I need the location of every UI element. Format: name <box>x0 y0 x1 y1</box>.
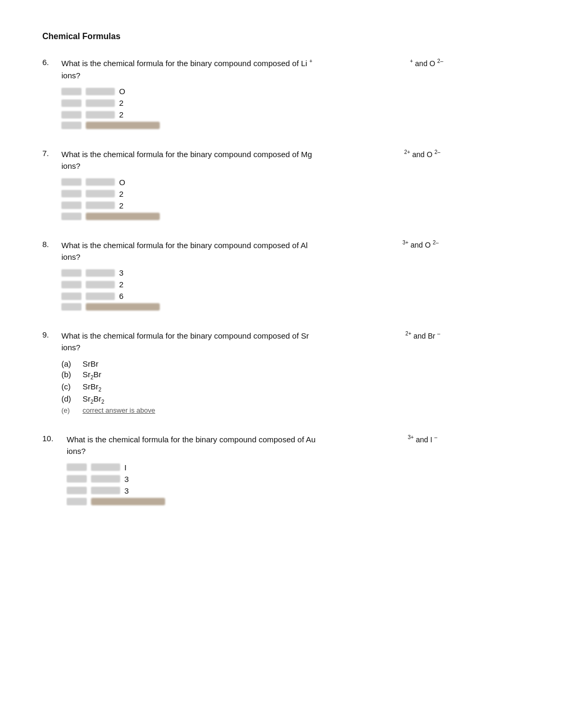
q9-choice-c: (c) SrBr2 <box>61 382 520 393</box>
q8-text: What is the chemical formula for the bin… <box>61 239 520 263</box>
q8-num: 8. <box>42 239 61 249</box>
q8-ions-label: 3+ and O 2– <box>402 241 438 249</box>
question-6: 6. What is the chemical formula for the … <box>42 57 520 129</box>
q7-answers: O 2 2 <box>61 178 520 220</box>
q10-text: What is the chemical formula for the bin… <box>67 433 520 458</box>
question-8: 8. What is the chemical formula for the … <box>42 239 520 311</box>
q7-text: What is the chemical formula for the bin… <box>61 148 520 172</box>
q6-ions-label: + and O 2– <box>410 59 443 68</box>
question-10: 10. What is the chemical formula for the… <box>42 433 520 505</box>
q9-choice-e: (e) correct answer is above <box>61 406 520 414</box>
q10-num: 10. <box>42 433 67 443</box>
q9-choice-b: (b) Sr2Br <box>61 370 520 380</box>
q6-text: What is the chemical formula for the bin… <box>61 57 520 81</box>
page-title: Chemical Formulas <box>42 32 520 41</box>
q9-ions-label: 2+ and Br – <box>405 332 440 340</box>
q7-num: 7. <box>42 148 61 158</box>
q8-answers: 3 2 6 <box>61 268 520 311</box>
q10-ions-label: 3+ and I – <box>407 435 437 444</box>
q6-answers: O 2 2 <box>61 87 520 129</box>
q9-choice-a: (a) SrBr <box>61 359 520 368</box>
q9-text: What is the chemical formula for the bin… <box>61 330 520 354</box>
q9-choice-d: (d) Sr2Br2 <box>61 394 520 405</box>
q10-answers: I 3 3 <box>67 463 520 505</box>
q7-ions-label: 2+ and O 2– <box>404 150 440 159</box>
question-7: 7. What is the chemical formula for the … <box>42 148 520 220</box>
q9-num: 9. <box>42 330 61 339</box>
q9-options: (a) SrBr (b) Sr2Br (c) SrBr2 (d) Sr2Br2 … <box>61 359 520 414</box>
q6-num: 6. <box>42 57 61 67</box>
question-9: 9. What is the chemical formula for the … <box>42 330 520 414</box>
